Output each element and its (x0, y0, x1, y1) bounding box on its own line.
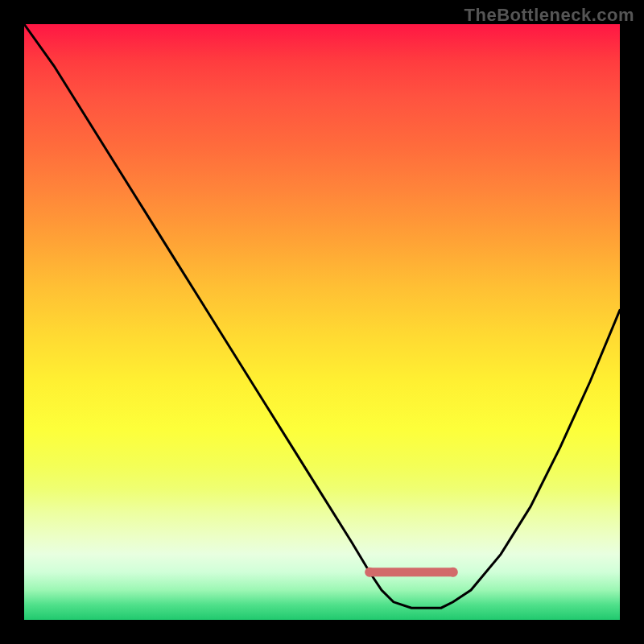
bottleneck-curve (24, 24, 620, 608)
watermark-text: TheBottleneck.com (464, 5, 634, 26)
marker-dot-end (448, 568, 458, 577)
marker-dot-start (365, 568, 374, 577)
chart-container: TheBottleneck.com (0, 0, 644, 644)
curve-layer (24, 24, 620, 620)
